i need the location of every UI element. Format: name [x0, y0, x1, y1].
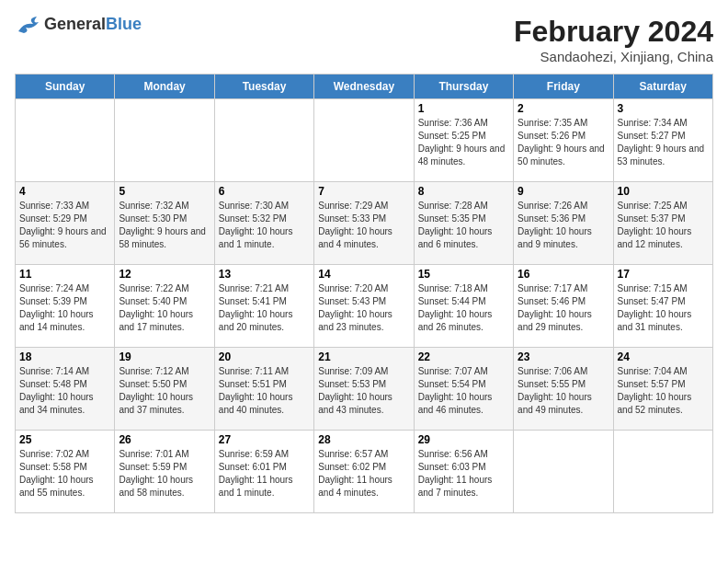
calendar-cell: 21Sunrise: 7:09 AMSunset: 5:53 PMDayligh…	[314, 348, 414, 431]
logo-bird-icon	[15, 15, 40, 35]
calendar-cell: 14Sunrise: 7:20 AMSunset: 5:43 PMDayligh…	[314, 265, 414, 348]
calendar-cell	[214, 99, 313, 182]
day-number: 14	[318, 268, 409, 281]
calendar-cell: 19Sunrise: 7:12 AMSunset: 5:50 PMDayligh…	[115, 348, 214, 431]
day-info: Sunrise: 7:12 AMSunset: 5:50 PMDaylight:…	[119, 365, 210, 417]
day-number: 4	[19, 185, 110, 198]
day-info: Sunrise: 7:02 AMSunset: 5:58 PMDaylight:…	[19, 448, 110, 500]
day-number: 8	[418, 185, 509, 198]
calendar-body: 1Sunrise: 7:36 AMSunset: 5:25 PMDaylight…	[16, 99, 713, 513]
day-info: Sunrise: 7:01 AMSunset: 5:59 PMDaylight:…	[119, 448, 210, 500]
day-info: Sunrise: 7:22 AMSunset: 5:40 PMDaylight:…	[119, 282, 210, 334]
day-number: 12	[119, 268, 210, 281]
weekday-header-tuesday: Tuesday	[214, 75, 313, 99]
day-info: Sunrise: 7:33 AMSunset: 5:29 PMDaylight:…	[19, 200, 110, 251]
day-number: 25	[19, 433, 110, 446]
day-info: Sunrise: 7:15 AMSunset: 5:47 PMDaylight:…	[618, 282, 709, 334]
day-number: 7	[318, 185, 409, 198]
calendar-cell: 12Sunrise: 7:22 AMSunset: 5:40 PMDayligh…	[115, 265, 214, 348]
calendar-cell: 8Sunrise: 7:28 AMSunset: 5:35 PMDaylight…	[414, 182, 513, 265]
day-info: Sunrise: 7:20 AMSunset: 5:43 PMDaylight:…	[318, 282, 409, 334]
day-number: 24	[618, 350, 709, 363]
day-info: Sunrise: 6:59 AMSunset: 6:01 PMDaylight:…	[219, 448, 310, 500]
calendar-header-row: SundayMondayTuesdayWednesdayThursdayFrid…	[16, 75, 713, 99]
day-info: Sunrise: 7:18 AMSunset: 5:44 PMDaylight:…	[418, 282, 509, 334]
day-number: 19	[119, 350, 210, 363]
day-info: Sunrise: 6:57 AMSunset: 6:02 PMDaylight:…	[318, 448, 409, 500]
day-number: 29	[418, 433, 509, 446]
day-info: Sunrise: 7:17 AMSunset: 5:46 PMDaylight:…	[518, 282, 609, 334]
day-info: Sunrise: 7:07 AMSunset: 5:54 PMDaylight:…	[418, 365, 509, 417]
day-info: Sunrise: 7:32 AMSunset: 5:30 PMDaylight:…	[119, 200, 210, 251]
day-number: 9	[518, 185, 609, 198]
day-number: 1	[418, 102, 509, 115]
day-number: 5	[119, 185, 210, 198]
day-info: Sunrise: 7:29 AMSunset: 5:33 PMDaylight:…	[318, 200, 409, 251]
calendar-week-row: 1Sunrise: 7:36 AMSunset: 5:25 PMDaylight…	[16, 99, 713, 182]
calendar-cell: 15Sunrise: 7:18 AMSunset: 5:44 PMDayligh…	[414, 265, 513, 348]
day-info: Sunrise: 7:28 AMSunset: 5:35 PMDaylight:…	[418, 200, 509, 251]
day-number: 15	[418, 268, 509, 281]
calendar-cell: 29Sunrise: 6:56 AMSunset: 6:03 PMDayligh…	[414, 431, 513, 513]
weekday-header-monday: Monday	[115, 75, 214, 99]
weekday-header-friday: Friday	[514, 75, 613, 99]
day-number: 23	[518, 350, 609, 363]
day-info: Sunrise: 7:11 AMSunset: 5:51 PMDaylight:…	[219, 365, 310, 417]
calendar-cell: 18Sunrise: 7:14 AMSunset: 5:48 PMDayligh…	[16, 348, 115, 431]
calendar-cell: 6Sunrise: 7:30 AMSunset: 5:32 PMDaylight…	[214, 182, 313, 265]
calendar-cell: 7Sunrise: 7:29 AMSunset: 5:33 PMDaylight…	[314, 182, 414, 265]
day-number: 6	[219, 185, 310, 198]
calendar-cell	[613, 431, 712, 513]
calendar-cell: 26Sunrise: 7:01 AMSunset: 5:59 PMDayligh…	[115, 431, 214, 513]
calendar-cell: 28Sunrise: 6:57 AMSunset: 6:02 PMDayligh…	[314, 431, 414, 513]
day-info: Sunrise: 7:14 AMSunset: 5:48 PMDaylight:…	[19, 365, 110, 417]
calendar-cell: 16Sunrise: 7:17 AMSunset: 5:46 PMDayligh…	[514, 265, 613, 348]
calendar-cell: 22Sunrise: 7:07 AMSunset: 5:54 PMDayligh…	[414, 348, 513, 431]
day-info: Sunrise: 7:09 AMSunset: 5:53 PMDaylight:…	[318, 365, 409, 417]
day-info: Sunrise: 7:36 AMSunset: 5:25 PMDaylight:…	[418, 117, 509, 168]
calendar-cell: 20Sunrise: 7:11 AMSunset: 5:51 PMDayligh…	[214, 348, 313, 431]
calendar-week-row: 18Sunrise: 7:14 AMSunset: 5:48 PMDayligh…	[16, 348, 713, 431]
day-number: 26	[119, 433, 210, 446]
calendar-week-row: 25Sunrise: 7:02 AMSunset: 5:58 PMDayligh…	[16, 431, 713, 513]
day-number: 28	[318, 433, 409, 446]
calendar-cell: 23Sunrise: 7:06 AMSunset: 5:55 PMDayligh…	[514, 348, 613, 431]
calendar-cell: 4Sunrise: 7:33 AMSunset: 5:29 PMDaylight…	[16, 182, 115, 265]
day-number: 10	[618, 185, 709, 198]
day-info: Sunrise: 7:06 AMSunset: 5:55 PMDaylight:…	[518, 365, 609, 417]
day-info: Sunrise: 7:25 AMSunset: 5:37 PMDaylight:…	[618, 200, 709, 251]
weekday-header-sunday: Sunday	[16, 75, 115, 99]
calendar-cell: 13Sunrise: 7:21 AMSunset: 5:41 PMDayligh…	[214, 265, 313, 348]
day-number: 18	[19, 350, 110, 363]
day-info: Sunrise: 7:35 AMSunset: 5:26 PMDaylight:…	[518, 117, 609, 168]
day-info: Sunrise: 7:24 AMSunset: 5:39 PMDaylight:…	[19, 282, 110, 334]
calendar-cell: 10Sunrise: 7:25 AMSunset: 5:37 PMDayligh…	[613, 182, 712, 265]
logo: GeneralBlue	[15, 15, 142, 35]
calendar-week-row: 11Sunrise: 7:24 AMSunset: 5:39 PMDayligh…	[16, 265, 713, 348]
day-number: 13	[219, 268, 310, 281]
calendar-cell: 3Sunrise: 7:34 AMSunset: 5:27 PMDaylight…	[613, 99, 712, 182]
page-header: GeneralBlue February 2024 Sandaohezi, Xi…	[15, 15, 713, 64]
calendar-cell: 2Sunrise: 7:35 AMSunset: 5:26 PMDaylight…	[514, 99, 613, 182]
day-number: 3	[618, 102, 709, 115]
calendar-cell: 1Sunrise: 7:36 AMSunset: 5:25 PMDaylight…	[414, 99, 513, 182]
day-info: Sunrise: 7:21 AMSunset: 5:41 PMDaylight:…	[219, 282, 310, 334]
calendar-cell: 24Sunrise: 7:04 AMSunset: 5:57 PMDayligh…	[613, 348, 712, 431]
calendar-cell: 27Sunrise: 6:59 AMSunset: 6:01 PMDayligh…	[214, 431, 313, 513]
month-year-title: February 2024	[514, 15, 713, 49]
calendar-cell: 11Sunrise: 7:24 AMSunset: 5:39 PMDayligh…	[16, 265, 115, 348]
day-info: Sunrise: 7:26 AMSunset: 5:36 PMDaylight:…	[518, 200, 609, 251]
day-info: Sunrise: 7:04 AMSunset: 5:57 PMDaylight:…	[618, 365, 709, 417]
calendar-table: SundayMondayTuesdayWednesdayThursdayFrid…	[15, 74, 713, 513]
logo-text: GeneralBlue	[44, 16, 142, 34]
day-number: 11	[19, 268, 110, 281]
day-info: Sunrise: 7:30 AMSunset: 5:32 PMDaylight:…	[219, 200, 310, 251]
day-number: 20	[219, 350, 310, 363]
day-number: 22	[418, 350, 509, 363]
calendar-cell	[115, 99, 214, 182]
day-number: 21	[318, 350, 409, 363]
title-block: February 2024 Sandaohezi, Xinjiang, Chin…	[514, 15, 713, 64]
calendar-cell	[314, 99, 414, 182]
calendar-week-row: 4Sunrise: 7:33 AMSunset: 5:29 PMDaylight…	[16, 182, 713, 265]
calendar-cell	[514, 431, 613, 513]
